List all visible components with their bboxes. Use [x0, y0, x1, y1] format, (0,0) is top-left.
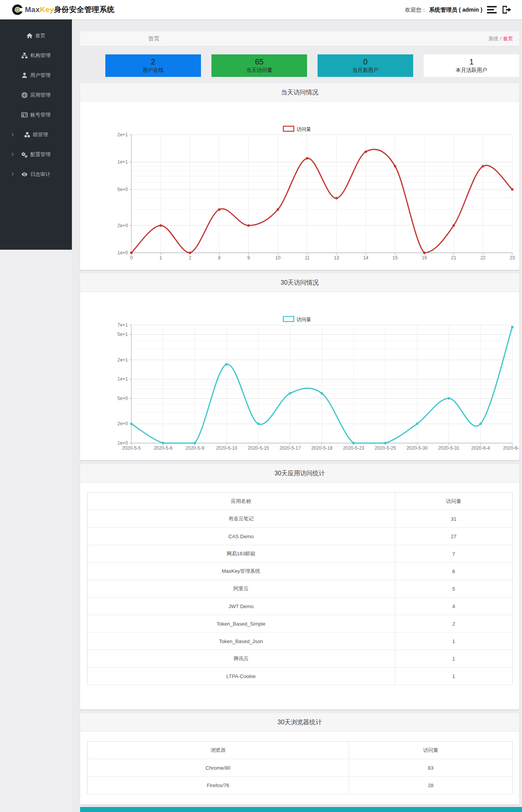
- legend-label: 访问量: [297, 127, 311, 132]
- app-visits-table-row: 网易163邮箱7: [87, 545, 512, 563]
- chart-legend[interactable]: 访问量: [283, 316, 311, 322]
- x-axis-tick-label: 2020-5-15: [248, 445, 269, 451]
- browser-stats-table-row: Firefox/7628: [87, 777, 512, 794]
- x-axis-tick-label: 2020-5-23: [343, 445, 364, 451]
- table-cell: 83: [349, 759, 512, 777]
- current-user: 系统管理员 ( admin ): [429, 7, 482, 13]
- data-point: [247, 224, 250, 226]
- data-point: [194, 442, 196, 444]
- sidebar-item-group[interactable]: 组管理: [0, 125, 72, 144]
- x-axis-tick-label: 8: [218, 255, 221, 261]
- data-point: [130, 423, 133, 425]
- app-visits-table-row: Token_Based_Json1: [87, 633, 512, 650]
- data-point: [277, 208, 279, 210]
- y-axis-tick-label: 2e+1: [117, 357, 128, 363]
- panel-app-stats: 30天应用访问统计 应用名称访问量有道云笔记31CAS Demo27网易163邮…: [80, 464, 519, 709]
- sidebar-item-audit[interactable]: 日志审计: [0, 164, 72, 184]
- column-header: 浏览器: [87, 742, 349, 759]
- table-cell: 4: [395, 598, 512, 615]
- x-axis-tick-label: 1: [159, 255, 162, 261]
- stat-card-2: 0当月新用户: [318, 54, 413, 77]
- data-point: [289, 392, 291, 395]
- app-visits-table-row: CAS Demo27: [87, 528, 512, 545]
- table-cell: Token_Based_Simple: [87, 615, 395, 633]
- user-icon: [21, 72, 28, 78]
- sidebar-item-label: 账号管理: [30, 111, 51, 118]
- table-cell: 28: [349, 777, 512, 794]
- table-cell: 有道云笔记: [87, 510, 395, 528]
- app-title-part: Key: [40, 5, 54, 14]
- data-point: [335, 197, 337, 199]
- x-axis-tick-label: 2020-5-25: [375, 445, 396, 451]
- app-title-part: 身份安全管理系统: [54, 5, 115, 14]
- x-axis-tick-label: 2020-5-18: [311, 445, 333, 451]
- app-title: MaxKey身份安全管理系统: [25, 5, 115, 15]
- data-point: [365, 151, 367, 153]
- chart-legend[interactable]: 访问量: [283, 126, 311, 132]
- stat-card-value: 1: [424, 57, 519, 66]
- y-axis-tick-label: 7e+1: [117, 322, 128, 328]
- logout-icon[interactable]: [502, 5, 512, 14]
- data-point: [130, 252, 133, 254]
- today-visits-line-chart: 012891011131415192122232e+11e+15e+02e+01…: [80, 102, 519, 270]
- panel-title-browser-stats: 30天浏览器统计: [80, 713, 519, 732]
- sidebar-item-label: 机构管理: [30, 52, 51, 59]
- panel-browser-stats: 30天浏览器统计 浏览器访问量Chrome/8083Firefox/7628: [80, 713, 519, 805]
- x-axis-tick-label: 2020-5-5: [122, 445, 141, 451]
- sidebar-item-user[interactable]: 用户管理: [0, 65, 72, 85]
- table-cell: 1: [395, 650, 512, 668]
- footer-bar: [80, 807, 522, 812]
- data-point: [384, 442, 386, 444]
- app-title-part: Max: [25, 5, 40, 14]
- sidebar-item-home[interactable]: 首页: [0, 26, 72, 45]
- breadcrumb-section-link[interactable]: 系统: [488, 36, 498, 42]
- data-point: [452, 224, 455, 226]
- table-cell: 2: [395, 615, 512, 633]
- x-axis-tick-label: 11: [305, 255, 310, 261]
- table-cell: 1: [395, 633, 512, 650]
- column-header: 访问量: [349, 742, 512, 759]
- welcome-text: 欢迎您：系统管理员 ( admin ): [405, 6, 482, 14]
- y-axis-tick-label: 5e+0: [117, 396, 128, 401]
- x-axis-tick-label: 21: [451, 255, 457, 261]
- sidebar-item-account[interactable]: 账号管理: [0, 105, 72, 125]
- panel-today-visits: 当天访问情况 012891011131415192122232e+11e+15e…: [80, 83, 519, 270]
- table-cell: Firefox/76: [87, 777, 349, 794]
- table-cell: 31: [395, 510, 512, 528]
- gears-icon: [21, 151, 28, 158]
- data-point: [482, 165, 484, 167]
- x-axis-tick-label: 2020-6-5: [503, 445, 519, 451]
- panel-title-app-stats: 30天应用访问统计: [80, 464, 519, 483]
- data-point: [423, 252, 426, 254]
- id-card-icon: [21, 112, 28, 118]
- stat-card-value: 65: [211, 57, 307, 66]
- data-point: [218, 208, 220, 210]
- data-point: [352, 442, 354, 444]
- x-axis-tick-label: 2020-5-6: [154, 445, 173, 451]
- table-cell: Chrome/80: [87, 759, 349, 777]
- app-visits-table-row: Token_Based_Simple2: [87, 615, 512, 633]
- data-point: [511, 326, 513, 328]
- sidebar-item-app[interactable]: 应用管理: [0, 85, 72, 105]
- sidebar-item-config[interactable]: 配置管理: [0, 144, 72, 164]
- x-axis-tick-label: 2020-5-9: [185, 445, 204, 451]
- sidebar-item-org[interactable]: 机构管理: [0, 45, 72, 65]
- series-line: [131, 150, 512, 253]
- eye-icon: [21, 171, 28, 177]
- table-cell: 27: [395, 528, 512, 545]
- panel-30day-visits: 30天访问情况 2020-5-52020-5-62020-5-92020-5-1…: [80, 273, 519, 460]
- panel-title-today-visits: 当天访问情况: [80, 83, 519, 102]
- breadcrumb-current-link[interactable]: 首页: [503, 36, 513, 42]
- table-cell: Token_Based_Json: [87, 633, 395, 650]
- y-axis-tick-label: 1e+1: [117, 159, 128, 165]
- stat-card-value: 0: [318, 57, 413, 66]
- data-point: [225, 363, 228, 365]
- maxkey-dashboard: MaxKey身份安全管理系统 欢迎您：系统管理员 ( admin ) 首页机构管…: [0, 0, 522, 812]
- data-point: [189, 252, 191, 254]
- table-cell: MaxKey管理系统: [87, 563, 395, 580]
- table-cell: 阿里云: [87, 580, 395, 598]
- x-axis-tick-label: 2020-5-10: [216, 445, 237, 451]
- header-right: 欢迎您：系统管理员 ( admin ): [405, 0, 512, 19]
- menu-lines-icon[interactable]: [487, 5, 497, 14]
- app-visits-table-header-row: 应用名称访问量: [87, 493, 512, 510]
